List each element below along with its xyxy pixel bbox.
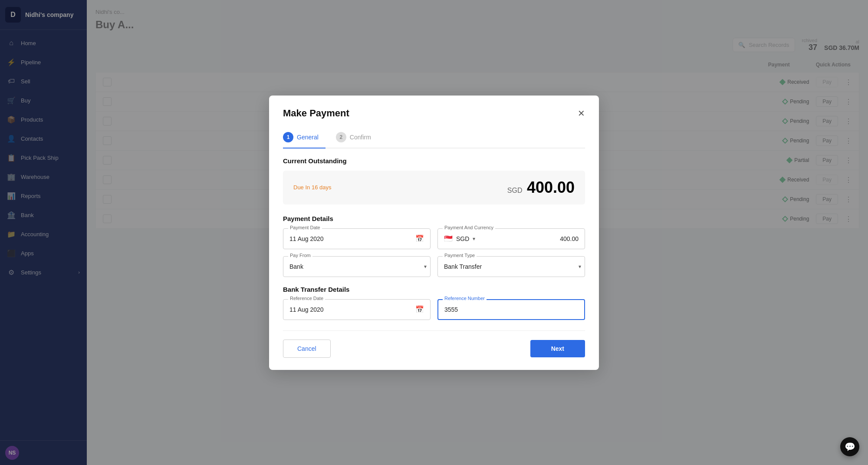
make-payment-modal: Make Payment ✕ 1 General 2 Confirm Curre… — [269, 96, 599, 370]
payment-details-title: Payment Details — [283, 215, 585, 222]
payment-type-label: Payment Type — [443, 253, 477, 258]
step-1-label: General — [297, 134, 319, 141]
step-2-circle: 2 — [336, 132, 346, 142]
modal-title: Make Payment — [283, 108, 349, 119]
current-outstanding-title: Current Outstanding — [283, 157, 585, 165]
payment-type-value: Bank Transfer — [444, 263, 482, 270]
payment-currency-input[interactable]: 🇸🇬 SGD ▾ 400.00 — [437, 228, 585, 249]
currency-amount: 400.00 — [560, 235, 579, 242]
pay-from-input[interactable]: Bank ▾ — [283, 256, 431, 277]
payment-type-field: Payment Type Bank Transfer ▾ — [437, 256, 585, 277]
chevron-down-icon: ▾ — [579, 264, 581, 270]
step-2-label: Confirm — [350, 134, 371, 141]
payment-currency-field: Payment And Currency 🇸🇬 SGD ▾ 400.00 — [437, 228, 585, 249]
payment-date-input[interactable]: 11 Aug 2020 📅 — [283, 228, 431, 249]
reference-date-input[interactable]: 11 Aug 2020 📅 — [283, 299, 431, 320]
payment-date-label: Payment Date — [288, 225, 322, 230]
bank-transfer-title: Bank Transfer Details — [283, 286, 585, 293]
reference-number-field: Reference Number 3555 — [437, 299, 585, 320]
pay-from-field: Pay From Bank ▾ — [283, 256, 431, 277]
step-confirm[interactable]: 2 Confirm — [336, 128, 378, 148]
chat-widget[interactable]: 💬 — [840, 437, 859, 456]
reference-number-input[interactable]: 3555 — [437, 299, 585, 320]
currency-selector: 🇸🇬 SGD ▾ — [444, 234, 475, 243]
pay-from-label: Pay From — [288, 253, 312, 258]
bank-transfer-grid: Reference Date 11 Aug 2020 📅 Reference N… — [283, 299, 585, 320]
next-button[interactable]: Next — [530, 340, 585, 357]
reference-date-label: Reference Date — [288, 296, 325, 301]
payment-date-field: Payment Date 11 Aug 2020 📅 — [283, 228, 431, 249]
cancel-button[interactable]: Cancel — [283, 340, 331, 358]
close-button[interactable]: ✕ — [578, 109, 585, 118]
amount-display: SGD 400.00 — [507, 178, 575, 197]
payment-details-grid: Payment Date 11 Aug 2020 📅 Payment And C… — [283, 228, 585, 277]
reference-date-value: 11 Aug 2020 — [289, 306, 324, 313]
currency-code: SGD — [456, 235, 469, 242]
reference-number-value: 3555 — [444, 306, 458, 313]
modal-header: Make Payment ✕ — [283, 108, 585, 119]
outstanding-box: Due In 16 days SGD 400.00 — [283, 171, 585, 204]
chevron-down-icon: ▾ — [424, 264, 427, 270]
chevron-down-icon: ▾ — [473, 236, 475, 242]
payment-currency-label: Payment And Currency — [443, 225, 495, 230]
amount-value: 400.00 — [527, 178, 575, 196]
modal-footer: Cancel Next — [283, 330, 585, 358]
payment-type-input[interactable]: Bank Transfer ▾ — [437, 256, 585, 277]
step-1-circle: 1 — [283, 132, 293, 142]
reference-date-field: Reference Date 11 Aug 2020 📅 — [283, 299, 431, 320]
modal-stepper: 1 General 2 Confirm — [283, 128, 585, 148]
step-general[interactable]: 1 General — [283, 128, 326, 148]
reference-number-label: Reference Number — [443, 296, 487, 301]
payment-date-value: 11 Aug 2020 — [289, 235, 324, 242]
modal-overlay: Make Payment ✕ 1 General 2 Confirm Curre… — [0, 0, 868, 465]
amount-currency: SGD — [507, 187, 523, 194]
due-badge: Due In 16 days — [293, 184, 331, 191]
pay-from-value: Bank — [289, 263, 303, 270]
calendar-icon[interactable]: 📅 — [415, 234, 424, 243]
calendar-icon[interactable]: 📅 — [415, 305, 424, 313]
flag-icon: 🇸🇬 — [444, 234, 453, 243]
